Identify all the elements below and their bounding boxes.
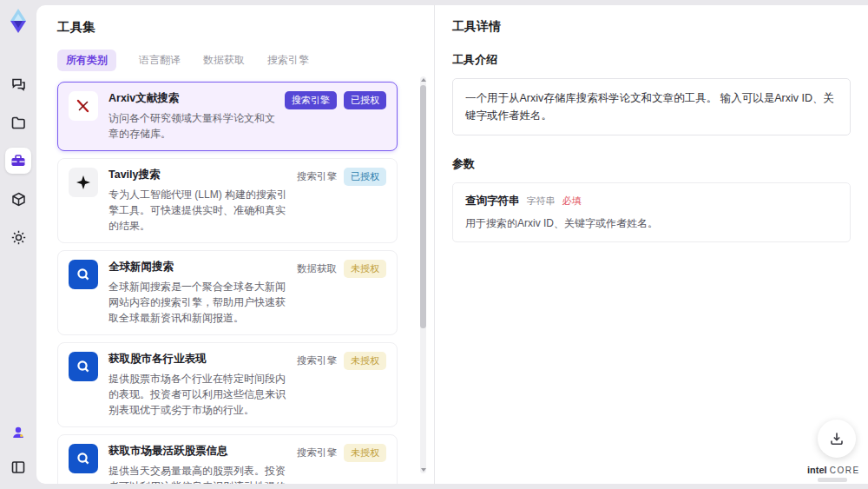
tool-name: 获取股市各行业表现: [108, 352, 288, 367]
tool-name: 全球新闻搜索: [108, 260, 288, 274]
chat-icon[interactable]: [5, 71, 31, 97]
tool-item-most-active-stocks[interactable]: 获取市场最活跃股票信息 提供当天交易量最高的股票列表。投资者可以利用这些信息来识…: [57, 434, 398, 484]
tab-all-categories[interactable]: 所有类别: [57, 50, 116, 71]
auth-status-badge: 已授权: [344, 168, 386, 186]
param-card: 查询字符串 字符串 必填 用于搜索的Arxiv ID、关键字或作者姓名。: [452, 182, 851, 242]
brand-intel: intel: [807, 465, 827, 475]
category-label: 搜索引擎: [297, 444, 337, 462]
param-name: 查询字符串: [465, 194, 520, 208]
content-shell: 工具集 所有类别 语言翻译 数据获取 搜索引擎 Arxiv文献搜索 访问各个研究…: [36, 5, 868, 484]
param-desc: 用于搜索的Arxiv ID、关键字或作者姓名。: [465, 216, 838, 231]
param-type: 字符串: [527, 195, 556, 208]
scroll-up-arrow[interactable]: [421, 78, 426, 82]
tool-desc: 全球新闻搜索是一个聚合全球各大新闻网站内容的搜索引擎，帮助用户快速获取全球最新资…: [108, 279, 288, 326]
toolbox-icon[interactable]: [5, 148, 31, 174]
category-label: 数据获取: [297, 260, 337, 278]
sparkle-icon: [69, 168, 98, 197]
category-badge: 搜索引擎: [285, 91, 337, 109]
settings-gear-icon[interactable]: [5, 224, 31, 250]
news-search-icon: [69, 352, 98, 381]
package-icon[interactable]: [5, 186, 31, 212]
tab-language-translation[interactable]: 语言翻译: [139, 53, 181, 68]
auth-status-badge: 未授权: [344, 352, 386, 370]
tool-name: 获取市场最活跃股票信息: [108, 444, 288, 459]
download-button[interactable]: [818, 420, 856, 458]
category-tabs: 所有类别 语言翻译 数据获取 搜索引擎: [57, 50, 413, 71]
detail-title: 工具详情: [452, 19, 851, 35]
tool-item-global-news[interactable]: 全球新闻搜索 全球新闻搜索是一个聚合全球各大新闻网站内容的搜索引擎，帮助用户快速…: [57, 250, 398, 335]
tool-desc: 专为人工智能代理 (LLM) 构建的搜索引擎工具。可快速提供实时、准确和真实的结…: [108, 187, 288, 234]
param-required-flag: 必填: [562, 195, 582, 208]
news-search-icon: [69, 260, 98, 289]
page-title: 工具集: [57, 19, 413, 36]
intro-heading: 工具介绍: [452, 52, 851, 68]
tool-item-tavily[interactable]: Tavily搜索 专为人工智能代理 (LLM) 构建的搜索引擎工具。可快速提供实…: [57, 158, 398, 243]
rail-bottom: [5, 420, 31, 480]
tool-name: Arxiv文献搜索: [108, 91, 276, 106]
tool-item-arxiv[interactable]: Arxiv文献搜索 访问各个研究领域大量科学论文和文章的存储库。 搜索引擎 已授…: [57, 82, 398, 151]
scroll-down-arrow[interactable]: [421, 468, 426, 472]
tool-desc: 访问各个研究领域大量科学论文和文章的存储库。: [108, 110, 276, 142]
scrollbar-thumb[interactable]: [420, 85, 426, 328]
arxiv-icon: [69, 91, 98, 121]
brand-subtext-bar: [818, 478, 847, 482]
tool-desc: 提供当天交易量最高的股票列表。投资者可以利用这些信息来识别流动性强的股票和潜在的…: [108, 463, 288, 484]
category-label: 搜索引擎: [297, 352, 337, 370]
tool-detail-panel: 工具详情 工具介绍 一个用于从Arxiv存储库搜索科学论文和文章的工具。 输入可…: [434, 5, 868, 484]
list-scrollbar[interactable]: [420, 76, 426, 473]
tool-list: Arxiv文献搜索 访问各个研究领域大量科学论文和文章的存储库。 搜索引擎 已授…: [57, 82, 413, 484]
tool-list-panel: 工具集 所有类别 语言翻译 数据获取 搜索引擎 Arxiv文献搜索 访问各个研究…: [36, 5, 434, 484]
brand-core: CORE: [830, 466, 860, 475]
auth-status-badge: 未授权: [344, 260, 386, 278]
category-label: 搜索引擎: [297, 168, 337, 186]
params-heading: 参数: [452, 156, 851, 172]
left-rail: [0, 0, 36, 489]
tab-search-engine[interactable]: 搜索引擎: [267, 53, 309, 68]
auth-status-badge: 未授权: [344, 444, 386, 462]
tab-data-fetch[interactable]: 数据获取: [203, 53, 245, 68]
user-avatar-icon[interactable]: [5, 420, 31, 446]
app-logo[interactable]: [6, 7, 30, 36]
panel-toggle-icon[interactable]: [5, 454, 31, 480]
folder-icon[interactable]: [5, 109, 31, 135]
tool-intro-text: 一个用于从Arxiv存储库搜索科学论文和文章的工具。 输入可以是Arxiv ID…: [452, 78, 851, 135]
tool-name: Tavily搜索: [108, 168, 288, 182]
tool-item-sector-performance[interactable]: 获取股市各行业表现 提供股票市场各个行业在特定时间段内的表现。投资者可以利用这些…: [57, 342, 398, 427]
news-search-icon: [69, 444, 98, 473]
rail-nav: [5, 71, 31, 250]
intel-core-logo: intel CORE: [807, 465, 858, 482]
tool-desc: 提供股票市场各个行业在特定时间段内的表现。投资者可以利用这些信息来识别表现优于或…: [108, 371, 288, 418]
auth-status-badge: 已授权: [344, 91, 386, 109]
